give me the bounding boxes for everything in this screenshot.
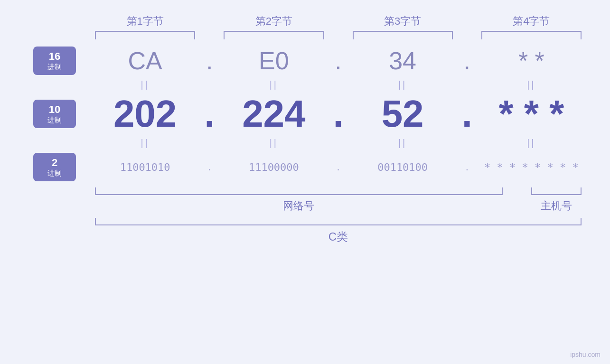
hex-dot3: .: [453, 47, 481, 75]
dec-col4: * * *: [481, 92, 582, 136]
bracket-col2: [224, 31, 324, 39]
eq-row-2: || || || ||: [95, 138, 582, 149]
network-host-bracket-row: 网络号 主机号: [95, 187, 582, 213]
dec-col2: 224: [224, 92, 324, 136]
host-label: 主机号: [541, 199, 572, 213]
col-header-2: 第2字节: [224, 14, 324, 28]
dec-col1: 202: [95, 92, 195, 136]
bracket-col1: [95, 31, 195, 39]
network-bracket-container: 网络号: [95, 187, 503, 213]
hex-row: 16 进制 CA . E0 . 34 . * *: [95, 44, 582, 77]
eq1-col4: ||: [481, 79, 582, 90]
bin-badge: 2 进制: [33, 153, 76, 181]
dot3-spacer: [503, 187, 531, 213]
dec-dot2: .: [324, 92, 353, 136]
hex-dot1: .: [195, 47, 224, 75]
bin-row: 2 进制 11001010 . 11100000 . 00110100 .: [95, 150, 582, 184]
eq1-col2: ||: [224, 79, 324, 90]
eq2-col1: ||: [95, 138, 195, 149]
host-bracket-container: 主机号: [531, 187, 582, 213]
hex-dot2: .: [324, 47, 353, 75]
class-bracket-row: C类: [95, 218, 582, 244]
dec-dot1: .: [195, 92, 224, 136]
hex-col4: * *: [481, 47, 582, 75]
bracket-col4: [481, 31, 582, 39]
col-header-3: 第3字节: [353, 14, 453, 28]
class-label: C类: [328, 229, 348, 244]
eq1-col1: ||: [95, 79, 195, 90]
hex-col3: 34: [353, 47, 453, 75]
col-header-1: 第1字节: [95, 14, 195, 28]
host-bracket: [531, 187, 582, 195]
bin-col2: 11100000: [224, 161, 324, 173]
col-header-4: 第4字节: [481, 14, 582, 28]
bracket-col3: [353, 31, 453, 39]
hex-col1: CA: [95, 47, 195, 75]
network-label: 网络号: [283, 199, 314, 213]
bin-dot3: .: [453, 161, 481, 173]
hex-col2: E0: [224, 47, 324, 75]
eq2-col3: ||: [353, 138, 453, 149]
bin-col3: 00110100: [353, 161, 453, 173]
eq2-col4: ||: [481, 138, 582, 149]
dec-dot3: .: [453, 92, 481, 136]
class-bracket-container: C类: [95, 218, 582, 244]
class-bracket: [95, 218, 582, 225]
watermark: ipshu.com: [570, 351, 601, 358]
eq1-col3: ||: [353, 79, 453, 90]
eq2-col2: ||: [224, 138, 324, 149]
eq-row-1: || || || ||: [95, 79, 582, 90]
bin-dot2: .: [324, 161, 353, 173]
bin-dot1: .: [195, 161, 224, 173]
bin-col1: 11001010: [95, 161, 195, 173]
hex-badge: 16 进制: [33, 47, 76, 75]
network-bracket: [95, 187, 503, 195]
dec-col3: 52: [353, 92, 453, 136]
dec-badge: 10 进制: [33, 100, 76, 128]
bin-col4: * * * * * * * *: [481, 161, 582, 173]
dec-row: 10 进制 202 . 224 . 52 . * * *: [95, 92, 582, 136]
